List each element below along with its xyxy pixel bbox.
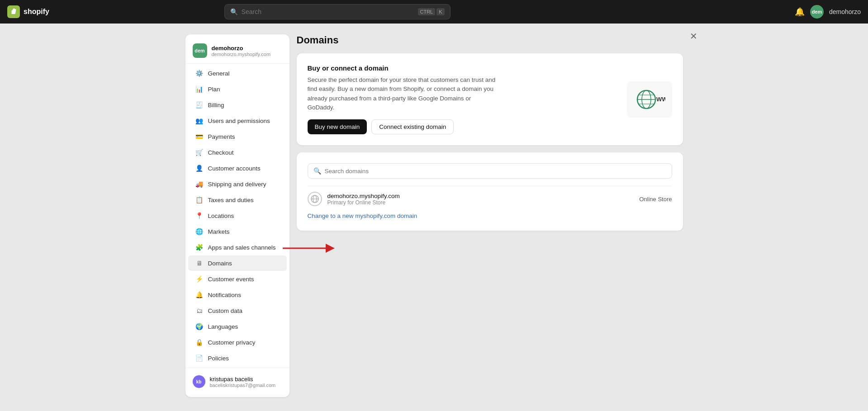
search-container: 🔍 CTRL K xyxy=(224,4,451,19)
nav-label-general: General xyxy=(208,70,230,77)
nav-item[interactable]: 🧩 Apps and sales channels xyxy=(188,240,287,255)
nav-item[interactable]: 🧾 Billing xyxy=(188,97,287,113)
search-box[interactable]: 🔍 CTRL K xyxy=(224,4,451,19)
store-avatar: dem xyxy=(193,43,207,58)
buy-domain-text: Buy or connect a domain Secure the perfe… xyxy=(308,64,498,134)
nav-label-notifications: Notifications xyxy=(208,292,242,298)
user-info: kristupas bacelis baceliskristupas7@gmai… xyxy=(210,376,276,388)
privacy-icon: 🔒 xyxy=(195,338,204,346)
search-domains-icon: 🔍 xyxy=(313,167,321,175)
notification-bell-icon[interactable]: 🔔 xyxy=(795,7,805,17)
nav-item[interactable]: 🔔 Notifications xyxy=(188,287,287,302)
search-icon: 🔍 xyxy=(230,8,238,15)
customer-events-icon: ⚡ xyxy=(195,275,204,283)
user-name-label: demohorzo xyxy=(829,8,861,15)
nav-item-domains[interactable]: 🖥 Domains xyxy=(188,255,287,271)
nav-label-markets: Markets xyxy=(208,228,230,235)
sidebar: dem demohorzo demohorzo.myshopify.com ⚙️… xyxy=(185,34,289,397)
store-info: demohorzo demohorzo.myshopify.com xyxy=(212,45,271,57)
nav-item[interactable]: 🔒 Customer privacy xyxy=(188,335,287,350)
buy-domain-card: Buy or connect a domain Secure the perfe… xyxy=(297,53,683,145)
search-domains-input[interactable] xyxy=(325,168,666,175)
nav-label-payments: Payments xyxy=(208,133,235,140)
svg-marker-2 xyxy=(326,244,335,253)
buy-domain-description: Secure the perfect domain for your store… xyxy=(308,76,498,112)
modal-container: ✕ dem demohorzo demohorzo.myshopify.com … xyxy=(185,34,683,397)
domains-icon: 🖥 xyxy=(195,259,204,267)
arrow-indicator xyxy=(283,241,337,255)
payments-icon: 💳 xyxy=(195,132,204,141)
shipping-icon: 🚚 xyxy=(195,180,204,188)
domain-row-left: demohorzo.myshopify.com Primary for Onli… xyxy=(308,192,400,206)
avatar: dem xyxy=(810,5,824,19)
nav-item[interactable]: 🛒 Checkout xyxy=(188,145,287,160)
domain-globe-icon xyxy=(308,192,322,206)
nav-item[interactable]: 🌐 Markets xyxy=(188,224,287,239)
svg-text:WWW: WWW xyxy=(656,96,665,103)
languages-icon: 🌍 xyxy=(195,322,204,331)
nav-label-domains: Domains xyxy=(208,260,232,267)
nav-label-customer-events: Customer events xyxy=(208,276,254,283)
domain-search-box[interactable]: 🔍 xyxy=(308,163,672,179)
connect-existing-domain-button[interactable]: Connect existing domain xyxy=(371,119,454,134)
checkout-icon: 🛒 xyxy=(195,148,204,156)
nav-item[interactable]: 🗂 Custom data xyxy=(188,303,287,318)
domain-illustration: WWW xyxy=(627,81,672,118)
nav-item[interactable]: ⚙️ General xyxy=(188,66,287,81)
apps-icon: 🧩 xyxy=(195,243,204,251)
sidebar-user[interactable]: kb kristupas bacelis baceliskristupas7@g… xyxy=(185,372,289,392)
ctrl-key: CTRL xyxy=(418,8,436,15)
nav-item[interactable]: 🚚 Shipping and delivery xyxy=(188,176,287,192)
user-avatar-small: kb xyxy=(193,375,205,388)
buy-domain-actions: Buy new domain Connect existing domain xyxy=(308,119,498,134)
nav-label-users: Users and permissions xyxy=(208,118,270,124)
store-header[interactable]: dem demohorzo demohorzo.myshopify.com xyxy=(185,40,289,64)
nav-label-locations: Locations xyxy=(208,213,234,219)
nav-item[interactable]: 📊 Plan xyxy=(188,81,287,97)
nav-label-billing: Billing xyxy=(208,102,224,109)
plan-icon: 📊 xyxy=(195,85,204,93)
nav-label-customer-accounts: Customer accounts xyxy=(208,165,261,172)
k-key: K xyxy=(436,8,444,15)
general-icon: ⚙️ xyxy=(195,69,204,77)
nav-label-apps: Apps and sales channels xyxy=(208,244,276,251)
nav-item[interactable]: 📋 Taxes and duties xyxy=(188,192,287,208)
nav-item[interactable]: 📍 Locations xyxy=(188,208,287,223)
logo-text: shopify xyxy=(24,8,49,16)
shopify-logo[interactable]: shopify xyxy=(7,5,49,18)
buy-domain-heading: Buy or connect a domain xyxy=(308,64,498,72)
domain-row: demohorzo.myshopify.com Primary for Onli… xyxy=(308,186,672,212)
billing-icon: 🧾 xyxy=(195,101,204,109)
nav-label-policies: Policies xyxy=(208,355,229,362)
domain-name: demohorzo.myshopify.com xyxy=(327,193,400,199)
nav-label-plan: Plan xyxy=(208,86,220,93)
store-url: demohorzo.myshopify.com xyxy=(212,52,271,57)
nav-item[interactable]: ⚡ Customer events xyxy=(188,271,287,287)
nav-item[interactable]: 🌍 Languages xyxy=(188,319,287,334)
nav-label-privacy: Customer privacy xyxy=(208,339,256,346)
nav-label-shipping: Shipping and delivery xyxy=(208,181,266,188)
search-input[interactable] xyxy=(242,8,414,15)
domain-info: demohorzo.myshopify.com Primary for Onli… xyxy=(327,193,400,206)
domain-subtitle: Primary for Online Store xyxy=(327,199,400,206)
buy-new-domain-button[interactable]: Buy new domain xyxy=(308,119,367,134)
users-icon: 👥 xyxy=(195,117,204,125)
nav-item[interactable]: 👥 Users and permissions xyxy=(188,113,287,128)
customer-accounts-icon: 👤 xyxy=(195,164,204,172)
nav-label-languages: Languages xyxy=(208,323,238,330)
store-name: demohorzo xyxy=(212,45,271,52)
taxes-icon: 📋 xyxy=(195,196,204,204)
search-domains-card: 🔍 demohorzo.myshopify.co xyxy=(297,152,683,231)
nav-label-custom-data: Custom data xyxy=(208,307,243,314)
nav-item[interactable]: 💳 Payments xyxy=(188,129,287,144)
nav-label-taxes: Taxes and duties xyxy=(208,197,254,203)
user-full-name: kristupas bacelis xyxy=(210,376,276,383)
close-button[interactable]: ✕ xyxy=(687,29,701,43)
main-wrapper: ✕ dem demohorzo demohorzo.myshopify.com … xyxy=(0,24,868,411)
search-shortcut: CTRL K xyxy=(418,8,445,15)
nav-item[interactable]: 📄 Policies xyxy=(188,350,287,366)
change-domain-link[interactable]: Change to a new myshopify.com domain xyxy=(308,209,417,223)
nav-item[interactable]: 👤 Customer accounts xyxy=(188,161,287,176)
custom-data-icon: 🗂 xyxy=(195,307,204,315)
policies-icon: 📄 xyxy=(195,354,204,362)
